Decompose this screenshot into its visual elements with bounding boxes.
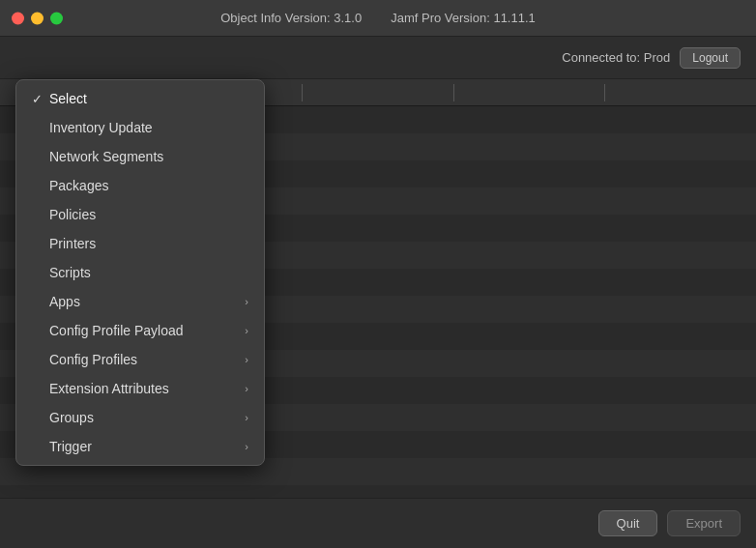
title-bar-text: Object Info Version: 3.1.0 Jamf Pro Vers…	[220, 11, 536, 25]
connected-status: Connected to: Prod	[562, 50, 670, 65]
menu-item-groups[interactable]: Groups ›	[18, 403, 262, 432]
menu-item-trigger[interactable]: Trigger ›	[18, 432, 262, 461]
window-buttons	[12, 12, 63, 24]
col-divider-4	[604, 84, 605, 101]
menu-item-inventory-update[interactable]: Inventory Update	[18, 113, 262, 142]
menu-item-config-profile-payload[interactable]: Config Profile Payload ›	[18, 316, 262, 345]
top-bar: Connected to: Prod Logout	[0, 37, 756, 79]
menu-item-label-cpp: Config Profile Payload	[49, 323, 245, 338]
object-info-version: Object Info Version: 3.1.0	[220, 11, 362, 25]
close-button[interactable]	[12, 12, 24, 24]
chevron-right-icon-2: ›	[245, 325, 248, 336]
chevron-right-icon-5: ›	[245, 412, 248, 423]
col-divider-2	[302, 84, 303, 101]
menu-item-policies[interactable]: Policies	[18, 200, 262, 229]
title-bar: Object Info Version: 3.1.0 Jamf Pro Vers…	[0, 0, 756, 37]
menu-item-label-network: Network Segments	[49, 149, 248, 164]
menu-item-label-select: Select	[49, 91, 248, 106]
chevron-right-icon: ›	[245, 296, 248, 307]
menu-item-label-inventory: Inventory Update	[49, 120, 248, 135]
menu-item-label-apps: Apps	[49, 294, 245, 309]
logout-button[interactable]: Logout	[680, 47, 741, 69]
menu-item-extension-attributes[interactable]: Extension Attributes ›	[18, 374, 262, 403]
bottom-bar: Quit Export	[0, 498, 756, 548]
menu-item-config-profiles[interactable]: Config Profiles ›	[18, 345, 262, 374]
chevron-right-icon-6: ›	[245, 441, 248, 452]
menu-item-label-scripts: Scripts	[49, 265, 248, 280]
check-mark-icon: ✓	[32, 92, 49, 106]
menu-item-label-groups: Groups	[49, 410, 245, 425]
menu-item-label-policies: Policies	[49, 207, 248, 222]
menu-item-network-segments[interactable]: Network Segments	[18, 142, 262, 171]
col-divider-3	[453, 84, 454, 101]
menu-item-label-printers: Printers	[49, 236, 248, 251]
menu-item-label-trigger: Trigger	[49, 439, 245, 454]
dropdown-menu: ✓ Select Inventory Update Network Segmen…	[15, 79, 265, 466]
menu-item-packages[interactable]: Packages	[18, 171, 262, 200]
main-area: Connected to: Prod Logout	[0, 37, 756, 548]
jamf-pro-version: Jamf Pro Version: 11.11.1	[391, 11, 536, 25]
maximize-button[interactable]	[50, 12, 63, 24]
menu-item-apps[interactable]: Apps ›	[18, 287, 262, 316]
menu-item-printers[interactable]: Printers	[18, 229, 262, 258]
menu-item-select[interactable]: ✓ Select	[18, 84, 262, 113]
menu-item-label-ea: Extension Attributes	[49, 381, 245, 396]
chevron-right-icon-3: ›	[245, 354, 248, 365]
table-row	[0, 485, 756, 498]
chevron-right-icon-4: ›	[245, 383, 248, 394]
quit-button[interactable]: Quit	[598, 510, 658, 536]
menu-item-label-cp: Config Profiles	[49, 352, 245, 367]
minimize-button[interactable]	[31, 12, 44, 24]
menu-item-scripts[interactable]: Scripts	[18, 258, 262, 287]
export-button[interactable]: Export	[667, 510, 741, 536]
menu-item-label-packages: Packages	[49, 178, 248, 193]
